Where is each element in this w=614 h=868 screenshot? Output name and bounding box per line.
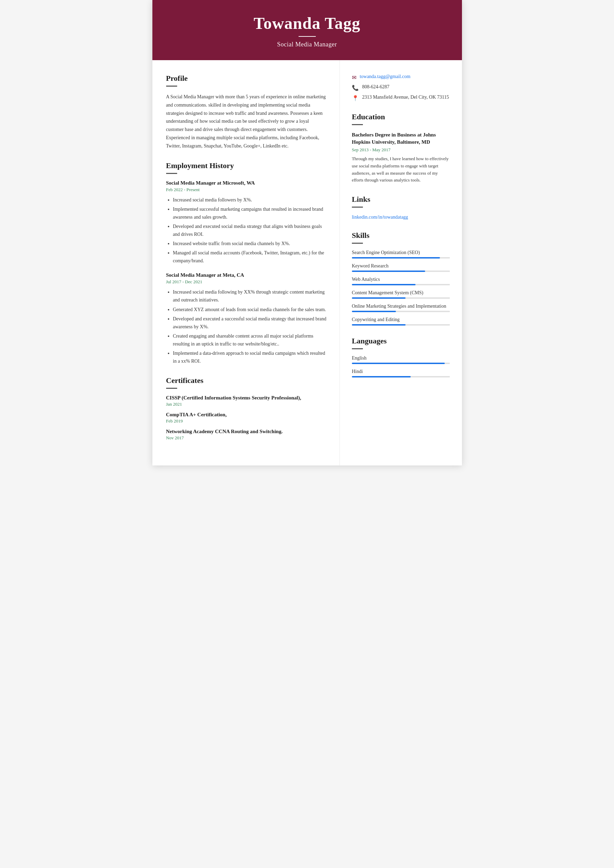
links-underline	[352, 206, 363, 208]
email-link[interactable]: towanda.tagg@gmail.com	[360, 74, 410, 79]
cert-item-3: Networking Academy CCNA Routing and Swit…	[166, 429, 328, 441]
skill-item-4: Online Marketing Strategies and Implemen…	[352, 304, 450, 312]
education-section: Education Bachelors Degree in Business a…	[352, 112, 450, 184]
skill-item-1: Keyword Research	[352, 264, 450, 272]
languages-underline	[352, 348, 363, 349]
skill-item-2: Web Analytics	[352, 277, 450, 285]
right-column: ✉ towanda.tagg@gmail.com 📞 808-624-6287 …	[340, 60, 462, 465]
skill-bar-fill-2	[352, 284, 415, 285]
skill-bar-bg-5	[352, 324, 450, 326]
list-item: Implemented a data-driven approach to so…	[173, 349, 328, 365]
cert-item-1: CISSP (Certified Information Systems Sec…	[166, 395, 328, 407]
skill-name-4: Online Marketing Strategies and Implemen…	[352, 304, 450, 309]
list-item: Developed and executed social media stra…	[173, 222, 328, 238]
list-item: Created engaging and shareable content a…	[173, 332, 328, 348]
skill-name-2: Web Analytics	[352, 277, 450, 282]
left-column: Profile A Social Media Manager with more…	[152, 60, 340, 465]
skills-title: Skills	[352, 231, 450, 240]
list-item: Increased social media followers by X%.	[173, 196, 328, 204]
certificates-title: Certificates	[166, 376, 328, 385]
job-bullets-1: Increased social media followers by X%. …	[166, 196, 328, 265]
cert-title-2: CompTIA A+ Certification,	[166, 412, 328, 418]
phone-text: 808-624-6287	[362, 84, 389, 90]
header-title: Social Media Manager	[159, 41, 455, 48]
education-title: Education	[352, 112, 450, 121]
email-icon: ✉	[352, 74, 356, 81]
languages-title: Languages	[352, 336, 450, 346]
skill-bar-fill-3	[352, 298, 406, 299]
skill-bar-fill-0	[352, 257, 440, 259]
list-item: Implemented successful marketing campaig…	[173, 205, 328, 221]
lang-item-0: English	[352, 355, 450, 364]
links-title: Links	[352, 195, 450, 204]
lang-bar-bg-0	[352, 363, 450, 364]
edu-description: Through my studies, I have learned how t…	[352, 155, 450, 184]
lang-bar-fill-1	[352, 376, 411, 377]
job-block-1: Social Media Manager at Microsoft, WA Fe…	[166, 180, 328, 265]
links-section: Links linkedin.com/in/towandatagg	[352, 195, 450, 220]
phone-icon: 📞	[352, 85, 359, 91]
skill-bar-bg-2	[352, 284, 450, 285]
skill-item-0: Search Engine Optimization (SEO)	[352, 250, 450, 259]
skill-bar-bg-1	[352, 271, 450, 272]
contact-section: ✉ towanda.tagg@gmail.com 📞 808-624-6287 …	[352, 74, 450, 101]
skill-bar-fill-4	[352, 311, 396, 312]
cert-item-2: CompTIA A+ Certification, Feb 2019	[166, 412, 328, 424]
skill-name-1: Keyword Research	[352, 264, 450, 269]
contact-phone: 📞 808-624-6287	[352, 84, 450, 91]
profile-text: A Social Media Manager with more than 5 …	[166, 93, 328, 150]
lang-bar-bg-1	[352, 376, 450, 377]
cert-title-3: Networking Academy CCNA Routing and Swit…	[166, 429, 328, 434]
skill-bar-bg-4	[352, 311, 450, 312]
lang-bar-fill-0	[352, 363, 445, 364]
job-bullets-2: Increased social media following by XX% …	[166, 288, 328, 365]
linkedin-link[interactable]: linkedin.com/in/towandatagg	[352, 214, 408, 220]
edu-degree: Bachelors Degree in Business at Johns Ho…	[352, 131, 450, 146]
lang-name-1: Hindi	[352, 369, 450, 374]
skill-item-5: Copywriting and Editing	[352, 317, 450, 326]
job-title-1: Social Media Manager at Microsoft, WA	[166, 180, 328, 186]
job-dates-1: Feb 2022 - Present	[166, 187, 328, 192]
list-item: Increased social media following by XX% …	[173, 288, 328, 304]
cert-date-1: Jan 2021	[166, 401, 328, 407]
skill-name-0: Search Engine Optimization (SEO)	[352, 250, 450, 256]
resume-wrapper: Towanda Tagg Social Media Manager Profil…	[152, 0, 462, 465]
list-item: Increased website traffic from social me…	[173, 240, 328, 248]
header-divider	[298, 36, 316, 37]
body-container: Profile A Social Media Manager with more…	[152, 60, 462, 465]
skills-underline	[352, 243, 363, 244]
skill-bar-fill-1	[352, 271, 426, 272]
certificates-section: Certificates CISSP (Certified Informatio…	[166, 376, 328, 441]
skill-bar-fill-5	[352, 324, 406, 326]
address-text: 2313 Mansfield Avenue, Del City, OK 7311…	[362, 95, 449, 100]
certificates-underline	[166, 388, 177, 389]
job-block-2: Social Media Manager at Meta, CA Jul 201…	[166, 272, 328, 365]
skill-name-5: Copywriting and Editing	[352, 317, 450, 322]
profile-title: Profile	[166, 74, 328, 83]
skill-name-3: Content Management System (CMS)	[352, 290, 450, 296]
edu-dates: Sep 2013 - May 2017	[352, 147, 450, 153]
cert-title-1: CISSP (Certified Information Systems Sec…	[166, 395, 328, 401]
employment-title: Employment History	[166, 161, 328, 170]
list-item: Managed all social media accounts (Faceb…	[173, 249, 328, 265]
profile-section: Profile A Social Media Manager with more…	[166, 74, 328, 150]
list-item: Developed and executed a successful soci…	[173, 315, 328, 331]
list-item: Generated XYZ amount of leads from socia…	[173, 305, 328, 313]
cert-date-3: Nov 2017	[166, 435, 328, 441]
lang-item-1: Hindi	[352, 369, 450, 377]
skills-section: Skills Search Engine Optimization (SEO) …	[352, 231, 450, 326]
cert-date-2: Feb 2019	[166, 418, 328, 424]
job-dates-2: Jul 2017 - Dec 2021	[166, 279, 328, 285]
location-icon: 📍	[352, 95, 359, 101]
profile-underline	[166, 85, 177, 87]
header-name: Towanda Tagg	[159, 14, 455, 33]
job-title-2: Social Media Manager at Meta, CA	[166, 272, 328, 278]
employment-section: Employment History Social Media Manager …	[166, 161, 328, 366]
skill-bar-bg-0	[352, 257, 450, 259]
contact-email: ✉ towanda.tagg@gmail.com	[352, 74, 450, 81]
languages-section: Languages English Hindi	[352, 336, 450, 377]
header: Towanda Tagg Social Media Manager	[152, 0, 462, 60]
employment-underline	[166, 173, 177, 174]
contact-address: 📍 2313 Mansfield Avenue, Del City, OK 73…	[352, 95, 450, 101]
skill-item-3: Content Management System (CMS)	[352, 290, 450, 299]
